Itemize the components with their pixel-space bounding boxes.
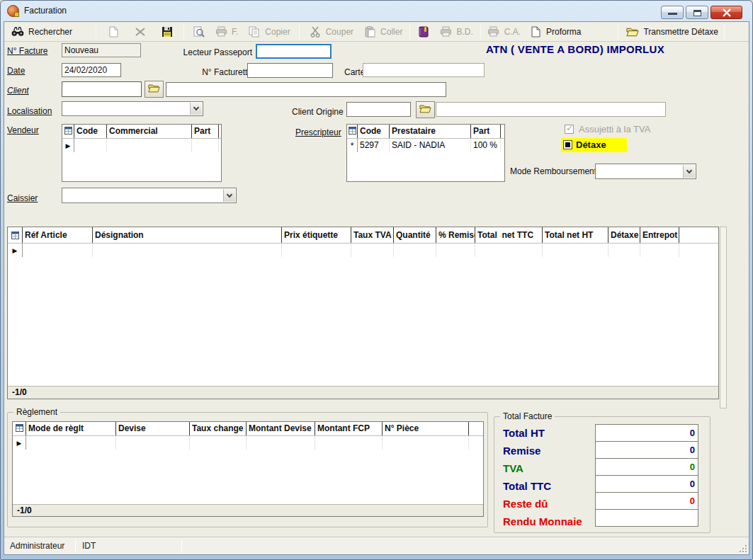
prescripteur-col-part[interactable]: Part — [471, 125, 501, 138]
date-field[interactable] — [62, 63, 121, 77]
status-code: IDT — [82, 541, 96, 551]
paste-label: Coller — [380, 27, 402, 37]
total-ttc-value: 0 — [595, 475, 698, 493]
folder-icon — [419, 103, 431, 116]
reste-du-label: Reste dû — [503, 498, 548, 510]
prescripteur-table[interactable]: Code Prestataire Part * 5297 SAID - NADI… — [346, 124, 505, 182]
printer-icon — [487, 26, 500, 38]
prescripteur-prestataire-cell[interactable]: SAID - NADIA — [390, 139, 471, 152]
reglement-col-montant-fcp[interactable]: Montant FCP — [315, 422, 383, 435]
carte-field[interactable] — [363, 63, 485, 77]
vendeur-table[interactable]: Code Commercial Part ▶ — [62, 124, 222, 182]
prescripteur-col-code[interactable]: Code — [358, 125, 390, 138]
status-divider — [75, 539, 76, 552]
articles-col-detaxe[interactable]: Détaxe — [608, 227, 640, 243]
prescripteur-data-row[interactable]: * 5297 SAID - NADIA 100 % — [347, 139, 504, 152]
articles-vertical-scrollbar[interactable] — [720, 227, 727, 408]
articles-table[interactable]: Réf Article Désignation Prix étiquette T… — [7, 227, 719, 399]
title-bar[interactable]: Facturation — [1, 1, 752, 21]
paste-button[interactable]: Coller — [361, 23, 405, 40]
toolbar-separator — [96, 25, 96, 39]
caissier-select[interactable] — [62, 188, 237, 203]
paste-icon — [363, 26, 376, 38]
proforma-label: Proforma — [546, 27, 581, 37]
copy-button[interactable]: Copier — [245, 23, 293, 40]
reglement-record-counter: -1/0 — [13, 504, 483, 516]
vendeur-empty-row[interactable]: ▶ — [62, 139, 221, 152]
client-lookup-button[interactable] — [145, 81, 164, 98]
reglement-col-montant-devise[interactable]: Montant Devise — [247, 422, 315, 435]
proforma-button[interactable]: Proforma — [526, 23, 584, 40]
open-folder-icon — [626, 26, 639, 38]
status-user: Administrateur — [10, 541, 64, 551]
mode-remboursement-select[interactable] — [595, 164, 696, 179]
toolbar-separator — [183, 25, 184, 39]
num-facture-field[interactable] — [62, 43, 141, 57]
articles-table-header: Réf Article Désignation Prix étiquette T… — [8, 227, 718, 244]
delete-button[interactable] — [131, 23, 149, 40]
num-facturette-field[interactable] — [247, 63, 333, 78]
prescripteur-col-prestataire[interactable]: Prestataire — [390, 125, 471, 138]
reglement-col-devise[interactable]: Devise — [116, 422, 190, 435]
print-facture-label: F. — [232, 27, 238, 37]
reste-du-value: 0 — [595, 492, 698, 510]
total-ttc-label: Total TTC — [503, 480, 551, 492]
articles-empty-row[interactable]: ▶ — [8, 244, 718, 257]
client-origine-lookup-button[interactable] — [416, 101, 435, 118]
window-title: Facturation — [24, 6, 67, 16]
reglement-table[interactable]: Mode de règlt Devise Taux change Montant… — [12, 421, 484, 517]
new-button[interactable] — [104, 23, 123, 40]
minimize-button[interactable] — [661, 6, 684, 19]
detaxe-checkbox[interactable] — [563, 140, 572, 149]
articles-col-total-net-ttc[interactable]: Total net TTC — [475, 227, 543, 243]
close-button[interactable] — [710, 6, 742, 19]
folder-icon — [148, 83, 160, 96]
localisation-select[interactable] — [62, 101, 203, 116]
save-button[interactable] — [158, 23, 176, 40]
select-all-corner[interactable] — [13, 422, 26, 435]
articles-col-quantite[interactable]: Quantité — [394, 227, 436, 243]
articles-col-total-net-ht[interactable]: Total net HT — [543, 227, 608, 243]
vendeur-col-code[interactable]: Code — [74, 125, 107, 138]
prescripteur-part-cell[interactable]: 100 % — [471, 139, 501, 152]
client-name-field[interactable] — [166, 82, 446, 97]
reglement-col-mode[interactable]: Mode de règlt — [26, 422, 116, 435]
select-all-corner[interactable] — [62, 125, 74, 138]
reglement-col-empty — [469, 422, 483, 435]
vendeur-col-part[interactable]: Part — [192, 125, 219, 138]
reglement-col-num-piece[interactable]: N° Pièce — [383, 422, 469, 435]
toolbar-separator — [618, 25, 618, 39]
print-facture-button[interactable]: F. — [212, 23, 241, 40]
articles-col-designation[interactable]: Désignation — [93, 227, 282, 243]
book-button[interactable] — [414, 23, 432, 40]
vendeur-col-commercial[interactable]: Commercial — [107, 125, 192, 138]
client-origine-code-field[interactable] — [346, 102, 411, 117]
prescripteur-code-cell[interactable]: 5297 — [358, 139, 390, 152]
select-all-corner[interactable] — [347, 125, 358, 138]
resize-grip[interactable] — [738, 544, 747, 552]
lecteur-passeport-field[interactable] — [256, 44, 332, 59]
scissors-icon — [309, 26, 322, 38]
detaxe-option[interactable]: Détaxe — [561, 138, 627, 152]
preview-button[interactable] — [189, 23, 208, 40]
articles-col-entrepot[interactable]: Entrepot — [640, 227, 679, 243]
caissier-label: Caissier — [7, 193, 38, 203]
assujetti-tva-checkbox[interactable]: ✓ — [565, 125, 574, 134]
articles-col-remise[interactable]: % Remise — [436, 227, 475, 243]
print-bd-button[interactable]: B.D. — [436, 23, 475, 40]
cut-button[interactable]: Couper — [306, 23, 356, 40]
articles-col-taux-tva[interactable]: Taux TVA — [351, 227, 394, 243]
print-ca-button[interactable]: C.A. — [485, 23, 523, 40]
select-all-corner[interactable] — [8, 227, 23, 243]
app-window: Facturation Rechercher — [0, 0, 753, 560]
reglement-empty-row[interactable]: ▶ — [13, 436, 483, 450]
articles-col-ref[interactable]: Réf Article — [23, 227, 93, 243]
client-code-field[interactable] — [62, 81, 142, 97]
maximize-button[interactable] — [686, 6, 708, 19]
search-button[interactable]: Rechercher — [9, 23, 94, 40]
reglement-col-taux-change[interactable]: Taux change — [190, 422, 247, 435]
articles-col-prix-etiquette[interactable]: Prix étiquette — [282, 227, 351, 243]
transmettre-detaxe-button[interactable]: Transmettre Détaxe — [623, 23, 721, 40]
client-origine-name-field[interactable] — [436, 102, 666, 117]
remise-value: 0 — [595, 441, 698, 459]
